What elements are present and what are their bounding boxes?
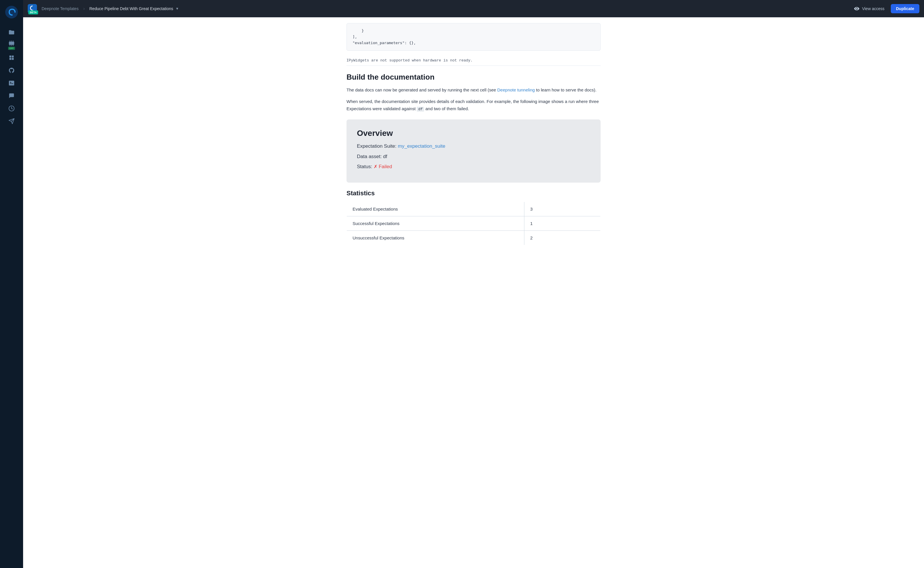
svg-rect-4 (9, 58, 12, 60)
svg-point-0 (5, 6, 18, 18)
svg-rect-6 (9, 81, 14, 86)
nav-separator: › (83, 6, 85, 11)
eye-icon (854, 6, 860, 12)
svg-rect-5 (12, 58, 14, 60)
main-wrapper: BETA Deepnote Templates › Reduce Pipelin… (23, 0, 924, 568)
overview-status-row: Status: ✗ Failed (357, 163, 590, 171)
beta-badge: BETA (28, 11, 38, 14)
unsuccessful-value: 2 (524, 231, 601, 245)
evaluated-label: Evaluated Expectations (347, 202, 524, 216)
sidebar: OFF (0, 0, 23, 568)
view-access-label: View access (862, 6, 885, 11)
successful-value: 1 (524, 216, 601, 231)
overview-data-asset-row: Data asset: df (357, 153, 590, 160)
sidebar-logo (5, 6, 18, 18)
navbar: BETA Deepnote Templates › Reduce Pipelin… (23, 0, 924, 17)
section-heading: Build the documentation (347, 73, 601, 82)
duplicate-button[interactable]: Duplicate (891, 4, 919, 13)
nav-title-area: Deepnote Templates › Reduce Pipeline Deb… (42, 6, 851, 11)
paragraph-1-prefix: The data docs can now be generated and s… (347, 88, 497, 92)
nav-actions: View access Duplicate (851, 4, 919, 13)
status-prefix: Status: (357, 164, 374, 169)
stats-table-body: Evaluated Expectations 3 Successful Expe… (347, 202, 601, 245)
apps-icon[interactable] (6, 53, 17, 63)
folder-icon[interactable] (6, 27, 17, 38)
unsuccessful-label: Unsuccessful Expectations (347, 231, 524, 245)
page-title: Reduce Pipeline Debt With Great Expectat… (89, 6, 173, 11)
table-row: Successful Expectations 1 (347, 216, 601, 231)
inline-code-df: df (417, 107, 424, 112)
terminal-icon[interactable] (6, 78, 17, 88)
github-icon[interactable] (6, 65, 17, 76)
tunneling-link[interactable]: Deepnote tunneling (497, 88, 535, 92)
evaluated-value: 3 (524, 202, 601, 216)
code-text: } ], "evaluation_parameters": {}, (353, 28, 595, 46)
statistics-heading: Statistics (347, 190, 601, 197)
code-cell: } ], "evaluation_parameters": {}, (347, 23, 601, 51)
svg-rect-2 (9, 56, 12, 58)
paragraph-2: When served, the documentation site prov… (347, 98, 601, 113)
publish-icon[interactable] (6, 116, 17, 126)
status-fail-icon: ✗ (374, 163, 377, 170)
successful-label: Successful Expectations (347, 216, 524, 231)
svg-rect-3 (12, 56, 14, 58)
overview-suite-row: Expectation Suite: my_expectation_suite (357, 142, 590, 150)
nav-logo-wrapper: BETA (28, 4, 37, 13)
nav-brand: Deepnote Templates (42, 6, 79, 11)
overview-card: Overview Expectation Suite: my_expectati… (347, 119, 601, 183)
table-row: Unsuccessful Expectations 2 (347, 231, 601, 245)
hardware-off-badge: OFF (8, 47, 15, 50)
svg-rect-1 (9, 42, 14, 45)
paragraph-2-start: When served, the documentation site prov… (347, 99, 599, 111)
view-access-button[interactable]: View access (851, 4, 887, 13)
notebook-content: } ], "evaluation_parameters": {}, IPyWid… (335, 17, 612, 263)
status-text: Failed (379, 164, 392, 169)
title-dropdown-icon[interactable]: ▼ (176, 7, 179, 11)
paragraph-1: The data docs can now be generated and s… (347, 86, 601, 94)
suite-link[interactable]: my_expectation_suite (398, 144, 445, 149)
paragraph-2-end: and two of them failed. (424, 106, 469, 111)
history-icon[interactable] (6, 103, 17, 114)
hardware-icon[interactable]: OFF (6, 40, 17, 50)
content-area: } ], "evaluation_parameters": {}, IPyWid… (23, 17, 924, 568)
overview-title: Overview (357, 128, 590, 138)
suite-label: Expectation Suite: (357, 144, 398, 149)
warning-message: IPyWidgets are not supported when hardwa… (347, 55, 601, 66)
paragraph-1-suffix: to learn how to serve the docs). (535, 88, 596, 92)
comments-icon[interactable] (6, 91, 17, 101)
statistics-table: Evaluated Expectations 3 Successful Expe… (347, 202, 601, 245)
table-row: Evaluated Expectations 3 (347, 202, 601, 216)
